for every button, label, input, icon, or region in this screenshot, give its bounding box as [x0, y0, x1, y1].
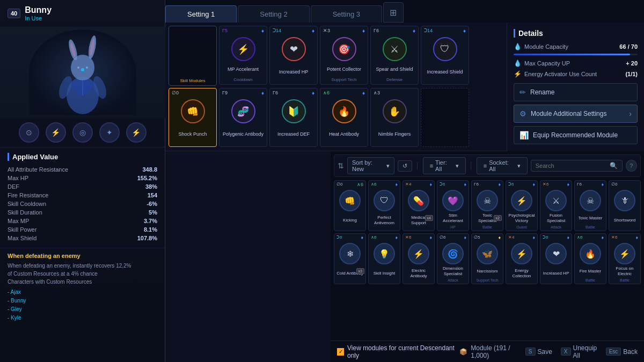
module-potent-collector[interactable]: ✕3 ♦ 🎯 Potent Collector Support Tech	[320, 26, 368, 85]
back-action[interactable]: Esc Back	[606, 344, 638, 359]
equip-recommended-button[interactable]: 📊 Equip Recommended Module	[514, 126, 638, 144]
tab-grid[interactable]: ⊞	[383, 2, 404, 23]
skill-module-placeholder[interactable]: Skill Modules	[169, 26, 217, 86]
search-icon: 🔍	[610, 162, 618, 169]
inv-module-tier: ∅6	[440, 235, 445, 240]
inv-module-icon: 🛡	[374, 190, 395, 211]
module-shock-punch[interactable]: ∅0 👊 Shock Punch	[169, 88, 217, 147]
inventory-slot[interactable]: ✕4 ♦ 💊 x4 Medical Support	[402, 180, 435, 231]
inv-module-tier: ✕6	[611, 235, 617, 240]
inventory-slot[interactable]: ∅0 🗡 Shortsword	[609, 180, 641, 231]
max-capacity-icon: 💧	[514, 60, 522, 67]
inventory-slot[interactable]: ∅5 ♦ 🦋 Narcissism Support Tech	[471, 233, 503, 284]
module-heat-antibody[interactable]: ∧6 ♦ 🔥 Heat Antibody	[320, 88, 368, 147]
module-icon: 🛡	[433, 37, 457, 61]
search-input[interactable]	[536, 162, 610, 169]
stat-label: Fire Resistance	[8, 192, 48, 198]
refresh-button[interactable]: ↺	[398, 160, 412, 172]
character-silhouette	[40, 31, 126, 114]
descendant-only-checkbox[interactable]: ✓	[337, 348, 344, 356]
save-action[interactable]: S Save	[525, 344, 552, 359]
tab-setting3[interactable]: Setting 3	[311, 5, 382, 23]
inventory-slot[interactable]: Ↄ6 ♦ ❤ Increased HP	[540, 233, 572, 284]
module-badge: x2	[494, 215, 502, 221]
help-button[interactable]: ?	[626, 160, 637, 172]
inventory-slot[interactable]: ∧6 ♦ 🛡 Perfect Antivenom	[368, 180, 400, 231]
module-type: Cooldown	[233, 77, 253, 82]
tab-setting2[interactable]: Setting 2	[238, 5, 309, 23]
inventory-slot[interactable]: ✕6 ♦ ⚡ Focus on Electric Battle	[609, 233, 641, 284]
module-increased-shield[interactable]: Ↄ14 ♦ 🛡 Increased Shield	[421, 26, 469, 85]
max-capacity-value: + 20	[626, 60, 638, 67]
inv-module-type: Battle	[482, 225, 492, 229]
module-tier: Ↄ14	[273, 28, 281, 33]
skill-icon-4[interactable]: ✦	[99, 122, 120, 143]
tab-setting1[interactable]: Setting 1	[165, 5, 237, 23]
module-mp-accelerant[interactable]: Γ5 ♦ ⚡ MP Accelerant Cooldown	[219, 26, 267, 85]
inv-module-tier: Γ6	[474, 182, 479, 187]
module-increased-def[interactable]: Γ6 ♦ 🔰 Increased DEF	[269, 88, 318, 147]
rename-button[interactable]: ✏ Rename	[514, 83, 638, 101]
skill-modules-label: Skill Modules	[180, 78, 205, 83]
stats-container: All Attribute Resistance348.8Max HP155.2…	[8, 165, 157, 242]
module-nimble-fingers[interactable]: ∧3 ✋ Nimble Fingers	[370, 88, 419, 147]
inventory-slot[interactable]: ∅6 ♦ 🌀 Dimension Specialist Attack	[437, 233, 469, 284]
inv-module-icon: 👊	[339, 190, 361, 211]
inv-module-gem: ♦	[464, 235, 466, 240]
skill-icon-5[interactable]: ⚡	[126, 122, 147, 143]
sort-button[interactable]: Sort by: New ▾	[347, 157, 394, 174]
module-tier: Ↄ14	[424, 28, 433, 33]
module-name: Polygenic Antibody	[223, 130, 264, 138]
module-icon: ✋	[383, 99, 407, 123]
bottom-actions: S Save X Unequip All Esc Back	[525, 344, 638, 359]
inventory-slot[interactable]: ✕6 ♦ ⚔ Fusion Specialist Attack	[540, 180, 572, 231]
module-polygenic-antibody[interactable]: Γ9 ♦ 🧬 Polygenic Antibody	[219, 88, 267, 147]
svg-point-8	[81, 68, 84, 71]
stat-label: Max Shield	[8, 235, 36, 241]
inventory-slot[interactable]: ∅0 ∧6 👊 Kicking	[334, 180, 366, 231]
inv-module-type: Attack	[551, 225, 561, 229]
unequip-action[interactable]: X Unequip All	[561, 344, 597, 359]
inv-module-tier: ∅0	[336, 182, 342, 187]
inventory-slot[interactable]: Γ6 ♦ ☠ Toxic Master Battle	[574, 180, 606, 231]
skill-icon-3[interactable]: ◎	[72, 122, 93, 143]
module-tier: Γ9	[222, 90, 228, 95]
module-increased-hp[interactable]: Ↄ14 ♦ ❤ Increased HP	[269, 26, 318, 85]
module-spear-shield[interactable]: Γ6 ♦ ⚔ Spear and Shield Defense	[370, 26, 419, 85]
capacity-bar	[514, 54, 638, 55]
inventory-slot[interactable]: ✕4 ♦ ⚡ Energy Collection	[506, 233, 538, 284]
module-icon: ⚡	[231, 37, 255, 61]
module-count-icon: 📦	[459, 348, 467, 356]
inv-module-tier: Ↄ6	[508, 182, 514, 187]
inv-module-icon: 🔥	[580, 243, 601, 264]
inventory-slot[interactable]: ✕6 ♦ ⚡ Electric Antibody	[402, 233, 435, 284]
socket-filter-button[interactable]: ≡ Socket: All ▾	[477, 157, 528, 174]
inventory-slot[interactable]: ∧6 ♦ 🔥 Fire Master Battle	[574, 233, 606, 284]
module-empty-1[interactable]	[421, 88, 469, 147]
inventory-slot[interactable]: Γ6 ♦ ☠ x2 Toxic Specialist Battle	[471, 180, 503, 231]
inv-module-icon: ❤	[545, 243, 567, 264]
inventory-slot[interactable]: Ↄ6 ♦ ❄ x3 Cold Antibody	[334, 233, 366, 284]
module-additional-settings-button[interactable]: ⚙ Module Additional Settings ›	[514, 105, 638, 123]
tier-filter-button[interactable]: ≡ Tier: All ▾	[423, 157, 466, 174]
descendant-only-label: View modules for current Descendant only	[347, 344, 459, 359]
skill-icon-1[interactable]: ⊙	[19, 122, 39, 143]
stat-row: Skill Duration5%	[8, 208, 157, 217]
char-list: - Ajax- Bunny- Gley- Kyle	[8, 288, 157, 322]
skill-icon-2[interactable]: ⚡	[46, 122, 66, 143]
module-type: Defense	[386, 77, 402, 82]
module-capacity-row: 💧 Module Capacity 66 / 70	[514, 43, 638, 50]
inventory-slot[interactable]: ∧6 ♦ 💡 Skill Insight	[368, 233, 400, 284]
inventory-slot[interactable]: Ↄ6 ♦ 💜 Stim Accelerant HP	[437, 180, 469, 231]
inventory-slot[interactable]: Ↄ6 ♦ ⚡ Psychological Victory Guard	[506, 180, 538, 231]
module-icon: ⚔	[383, 37, 407, 61]
portrait-bg	[29, 29, 136, 115]
inv-module-type: Battle	[586, 225, 595, 229]
inv-module-name: Fire Master	[580, 269, 601, 274]
stat-value: 155.2%	[137, 175, 157, 181]
module-name: Potent Collector	[327, 65, 361, 73]
module-gem: ♦	[261, 28, 264, 34]
save-key: S	[525, 348, 536, 356]
inv-module-name: Narcissism	[477, 269, 497, 274]
inv-module-type: Attack	[448, 278, 458, 282]
